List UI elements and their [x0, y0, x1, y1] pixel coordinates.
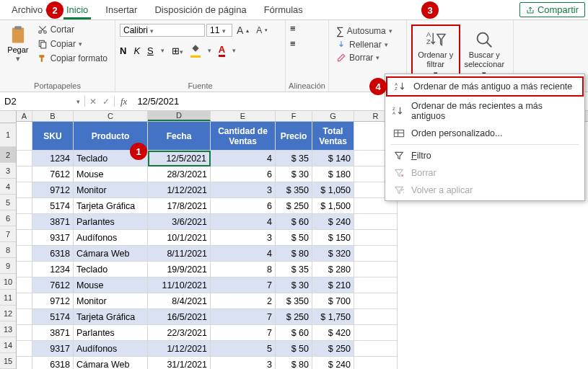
cell-cantidad[interactable]: 2: [211, 293, 276, 309]
cell-producto[interactable]: Tarjeta Gráfica: [74, 309, 148, 325]
cell-cantidad[interactable]: 6: [211, 198, 276, 214]
row-header[interactable]: 15: [0, 353, 16, 369]
cell-sku[interactable]: 9712: [32, 293, 74, 309]
cell[interactable]: [17, 325, 32, 341]
header-cantidad[interactable]: Cantidad de Ventas: [211, 122, 276, 151]
name-box[interactable]: D2 ▾: [0, 96, 85, 107]
font-size-select[interactable]: 11 ▾: [206, 24, 232, 37]
cell-cantidad[interactable]: 8: [211, 262, 276, 277]
cell[interactable]: [17, 262, 32, 277]
cell-producto[interactable]: Teclado: [74, 262, 148, 277]
cell-sku[interactable]: 1234: [32, 262, 74, 277]
col-header[interactable]: G: [312, 111, 354, 121]
cell-producto[interactable]: Cámara Web: [74, 357, 148, 369]
row-header[interactable]: 6: [0, 210, 16, 226]
cell-cantidad[interactable]: 4: [211, 246, 276, 262]
fill-button[interactable]: Rellenar▾: [333, 38, 402, 51]
cell-cantidad[interactable]: 7: [211, 309, 276, 325]
borders-button[interactable]: ⊞▾: [172, 45, 183, 56]
font-color-button[interactable]: A: [219, 44, 225, 57]
cell-sku[interactable]: 3871: [32, 214, 74, 230]
cell[interactable]: [354, 341, 398, 357]
cell[interactable]: [354, 277, 398, 293]
cell[interactable]: [17, 357, 32, 369]
cell-sku[interactable]: 9712: [32, 182, 74, 198]
cancel-formula-button[interactable]: ✕: [89, 97, 97, 107]
row-header[interactable]: 5: [0, 195, 16, 210]
clear-button[interactable]: Borrar▾: [333, 51, 402, 64]
sort-custom-item[interactable]: Orden personalizado...: [385, 125, 584, 142]
cell-total[interactable]: $ 1,050: [312, 182, 354, 198]
cell-cantidad[interactable]: 3: [211, 182, 276, 198]
cell[interactable]: [354, 357, 398, 369]
cell-precio[interactable]: $ 50: [276, 230, 312, 246]
enter-formula-button[interactable]: ✓: [102, 97, 110, 107]
cell-total[interactable]: $ 180: [312, 166, 354, 182]
cell-cantidad[interactable]: 5: [211, 341, 276, 357]
row-header[interactable]: 14: [0, 337, 16, 353]
cell-producto[interactable]: Mouse: [74, 277, 148, 293]
cell-precio[interactable]: $ 80: [276, 246, 312, 262]
cell[interactable]: [354, 246, 398, 262]
menu-disposicion[interactable]: Disposición de página: [146, 1, 255, 18]
row-header[interactable]: 13: [0, 321, 16, 337]
cell-fecha[interactable]: 17/8/2021: [148, 198, 211, 214]
cell-precio[interactable]: $ 350: [276, 293, 312, 309]
underline-button[interactable]: S: [147, 45, 154, 56]
cell-precio[interactable]: $ 30: [276, 277, 312, 293]
cell-sku[interactable]: 3871: [32, 325, 74, 341]
cell-fecha[interactable]: 12/5/2021: [148, 151, 211, 166]
col-header[interactable]: A: [17, 111, 32, 121]
cell-total[interactable]: $ 210: [312, 277, 354, 293]
cell-total[interactable]: $ 700: [312, 293, 354, 309]
row-header[interactable]: 4: [0, 179, 16, 195]
menu-inicio[interactable]: Inicio: [58, 1, 97, 18]
col-header[interactable]: C: [74, 111, 148, 121]
row-header[interactable]: 11: [0, 290, 16, 306]
cell-total[interactable]: $ 280: [312, 262, 354, 277]
cell-producto[interactable]: Cámara Web: [74, 246, 148, 262]
cell-sku[interactable]: 9317: [32, 230, 74, 246]
autosum-button[interactable]: ∑ Autosuma▾: [333, 23, 402, 38]
cell-precio[interactable]: $ 60: [276, 214, 312, 230]
cell-sku[interactable]: 5174: [32, 309, 74, 325]
col-header[interactable]: B: [32, 111, 74, 121]
cell-total[interactable]: $ 240: [312, 357, 354, 369]
cell[interactable]: [17, 122, 32, 151]
cell-precio[interactable]: $ 35: [276, 262, 312, 277]
cell-cantidad[interactable]: 3: [211, 230, 276, 246]
cell-precio[interactable]: $ 350: [276, 182, 312, 198]
cell-fecha[interactable]: 16/5/2021: [148, 309, 211, 325]
row-header[interactable]: 9: [0, 258, 16, 274]
cell[interactable]: [354, 325, 398, 341]
cell-producto[interactable]: Audífonos: [74, 341, 148, 357]
cell-precio[interactable]: $ 60: [276, 325, 312, 341]
menu-formulas[interactable]: Fórmulas: [255, 1, 312, 18]
share-button[interactable]: Compartir: [519, 2, 585, 17]
cell-sku[interactable]: 7612: [32, 166, 74, 182]
cell[interactable]: [354, 309, 398, 325]
col-header[interactable]: E: [211, 111, 276, 121]
cell-cantidad[interactable]: 6: [211, 166, 276, 182]
cell-fecha[interactable]: 10/1/2021: [148, 230, 211, 246]
cell-precio[interactable]: $ 30: [276, 166, 312, 182]
row-header[interactable]: 8: [0, 242, 16, 258]
col-header[interactable]: F: [276, 111, 312, 121]
cell-fecha[interactable]: 3/6/2021: [148, 214, 211, 230]
cell-cantidad[interactable]: 3: [211, 357, 276, 369]
increase-font-button[interactable]: A▴: [234, 23, 252, 37]
cell-total[interactable]: $ 320: [312, 246, 354, 262]
cell-cantidad[interactable]: 4: [211, 151, 276, 166]
select-all-corner[interactable]: [0, 111, 16, 123]
cell[interactable]: [17, 214, 32, 230]
cell-cantidad[interactable]: 7: [211, 325, 276, 341]
cell-producto[interactable]: Parlantes: [74, 325, 148, 341]
header-sku[interactable]: SKU: [32, 122, 74, 151]
cell-producto[interactable]: Tarjeta Gráfica: [74, 198, 148, 214]
cell-sku[interactable]: 6318: [32, 357, 74, 369]
cell-fecha[interactable]: 8/11/2021: [148, 246, 211, 262]
menu-insertar[interactable]: Insertar: [97, 1, 146, 18]
cell-fecha[interactable]: 11/10/2021: [148, 277, 211, 293]
cell[interactable]: [17, 182, 32, 198]
cell-fecha[interactable]: 28/3/2021: [148, 166, 211, 182]
